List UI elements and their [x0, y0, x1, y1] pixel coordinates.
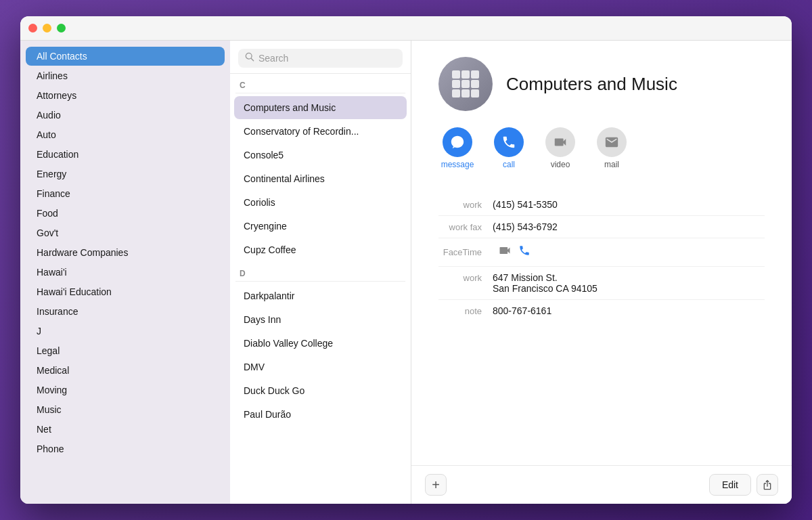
contact-row-console5[interactable]: Console5 — [234, 144, 407, 167]
work-phone-row: work (415) 541-5350 — [438, 194, 765, 216]
detail-content: Computers and Music message — [411, 41, 792, 465]
contacts-window: All ContactsAirlinesAttorneysAudioAutoEd… — [20, 16, 792, 504]
sidebar-list: All ContactsAirlinesAttorneysAudioAutoEd… — [20, 41, 230, 504]
mail-label: mail — [604, 160, 619, 169]
facetime-phone-icon[interactable] — [518, 244, 531, 260]
work-address-row: work 647 Mission St.San Francisco CA 941… — [438, 267, 765, 300]
footer-right: Edit — [709, 474, 778, 496]
sidebar-item-govt[interactable]: Gov't — [26, 223, 225, 242]
contact-row-continental[interactable]: Continental Airlines — [234, 167, 407, 190]
sidebar-item-j[interactable]: J — [26, 322, 225, 341]
contact-row-cryengine[interactable]: Cryengine — [234, 215, 407, 238]
detail-header: Computers and Music — [438, 57, 765, 111]
sidebar-item-insurance[interactable]: Insurance — [26, 302, 225, 321]
svg-rect-5 — [452, 80, 460, 88]
sidebar-item-food[interactable]: Food — [26, 204, 225, 223]
sidebar-item-music[interactable]: Music — [26, 400, 225, 419]
contact-row-paul-durao[interactable]: Paul Durão — [234, 403, 407, 426]
svg-rect-8 — [452, 89, 460, 98]
search-input[interactable] — [258, 53, 396, 64]
sidebar-item-moving[interactable]: Moving — [26, 381, 225, 399]
sidebar-item-attorneys[interactable]: Attorneys — [26, 86, 225, 105]
facetime-icons — [498, 244, 531, 261]
contacts-column: CComputers and MusicConservatory of Reco… — [230, 41, 411, 504]
contact-row-days-inn[interactable]: Days Inn — [234, 308, 407, 331]
video-action[interactable]: video — [541, 127, 579, 169]
svg-rect-10 — [471, 89, 479, 98]
call-icon — [494, 127, 524, 157]
contact-name: Computers and Music — [506, 74, 677, 95]
sidebar-item-net[interactable]: Net — [26, 420, 225, 439]
facetime-label: FaceTime — [438, 247, 493, 257]
sidebar-item-finance[interactable]: Finance — [26, 184, 225, 203]
avatar — [438, 57, 493, 111]
contact-row-darkpalantir[interactable]: Darkpalantir — [234, 284, 407, 307]
svg-rect-4 — [471, 70, 479, 79]
contact-row-diablo[interactable]: Diablo Valley College — [234, 332, 407, 355]
svg-rect-7 — [471, 80, 479, 88]
work-address-label: work — [438, 272, 493, 283]
svg-line-1 — [251, 58, 254, 61]
sidebar-item-phone[interactable]: Phone — [26, 439, 225, 458]
content-area: All ContactsAirlinesAttorneysAudioAutoEd… — [20, 41, 792, 504]
note-value: 800-767-6161 — [493, 305, 551, 316]
work-fax-value: (415) 543-6792 — [493, 221, 558, 232]
sidebar-item-education[interactable]: Education — [26, 145, 225, 164]
sidebar-item-legal[interactable]: Legal — [26, 341, 225, 360]
action-buttons: message call — [438, 127, 765, 175]
contact-row-conservatory[interactable]: Conservatory of Recordin... — [234, 120, 407, 143]
svg-rect-6 — [461, 80, 470, 88]
footer-left: + — [425, 474, 447, 496]
video-icon — [545, 127, 575, 157]
info-section: work (415) 541-5350 work fax (415) 543-6… — [438, 194, 765, 322]
sidebar-item-hawaii[interactable]: Hawai'i — [26, 263, 225, 282]
mail-icon — [597, 127, 627, 157]
contact-row-dmv[interactable]: DMV — [234, 355, 407, 378]
contact-row-computers-music[interactable]: Computers and Music — [234, 96, 407, 119]
message-action[interactable]: message — [438, 127, 476, 169]
edit-button[interactable]: Edit — [709, 474, 751, 496]
svg-rect-3 — [461, 70, 470, 79]
share-button[interactable] — [757, 474, 778, 496]
work-fax-label: work fax — [438, 221, 493, 232]
sidebar-item-audio[interactable]: Audio — [26, 106, 225, 125]
work-phone-value: (415) 541-5350 — [493, 199, 558, 210]
sidebar-item-medical[interactable]: Medical — [26, 361, 225, 380]
call-label: call — [503, 160, 515, 169]
traffic-lights — [28, 24, 66, 32]
sidebar-item-auto[interactable]: Auto — [26, 125, 225, 144]
add-button[interactable]: + — [425, 474, 447, 496]
work-fax-row: work fax (415) 543-6792 — [438, 216, 765, 238]
contact-row-duck-duck-go[interactable]: Duck Duck Go — [234, 379, 407, 402]
close-button[interactable] — [28, 24, 37, 32]
message-icon — [443, 127, 472, 157]
work-phone-label: work — [438, 199, 493, 210]
note-row: note 800-767-6161 — [438, 300, 765, 322]
detail-footer: + Edit — [411, 465, 792, 504]
sidebar-item-all-contacts[interactable]: All Contacts — [26, 47, 225, 66]
note-label: note — [438, 305, 493, 316]
maximize-button[interactable] — [57, 24, 66, 32]
facetime-row: FaceTime — [438, 238, 765, 267]
message-label: message — [441, 160, 474, 169]
sidebar-item-energy[interactable]: Energy — [26, 165, 225, 183]
work-address-value: 647 Mission St.San Francisco CA 94105 — [493, 272, 597, 294]
contact-row-cupz[interactable]: Cupz Coffee — [234, 238, 407, 261]
svg-rect-9 — [461, 89, 470, 98]
titlebar — [20, 16, 792, 41]
facetime-video-icon[interactable] — [498, 244, 512, 261]
sidebar-item-hardware[interactable]: Hardware Companies — [26, 243, 225, 262]
minimize-button[interactable] — [43, 24, 51, 32]
call-action[interactable]: call — [490, 127, 528, 169]
search-input-wrap — [238, 49, 403, 68]
section-header-c: C — [230, 74, 411, 93]
section-header-d: D — [230, 262, 411, 281]
sidebar-item-hawaii-education[interactable]: Hawai'i Education — [26, 282, 225, 301]
svg-rect-2 — [452, 70, 460, 79]
detail-panel: Computers and Music message — [411, 41, 792, 504]
video-label: video — [551, 160, 570, 169]
contacts-list: CComputers and MusicConservatory of Reco… — [230, 74, 411, 504]
contact-row-coriolis[interactable]: Coriolis — [234, 191, 407, 214]
mail-action[interactable]: mail — [593, 127, 631, 169]
sidebar-item-airlines[interactable]: Airlines — [26, 66, 225, 85]
